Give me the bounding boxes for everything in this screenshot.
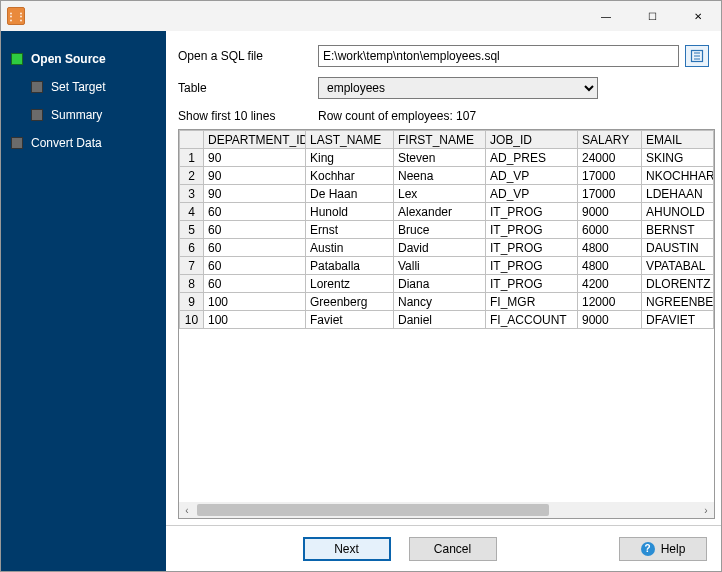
col-header[interactable]: FIRST_NAME xyxy=(394,131,486,149)
help-button[interactable]: ? Help xyxy=(619,537,707,561)
table-cell[interactable]: DLORENTZ xyxy=(642,275,714,293)
table-cell[interactable]: 60 xyxy=(204,203,306,221)
table-cell[interactable]: BERNST xyxy=(642,221,714,239)
scroll-thumb[interactable] xyxy=(197,504,549,516)
table-cell[interactable]: Lorentz xyxy=(306,275,394,293)
table-cell[interactable]: 17000 xyxy=(578,167,642,185)
table-cell[interactable]: Austin xyxy=(306,239,394,257)
preview-table-scroll[interactable]: DEPARTMENT_ID LAST_NAME FIRST_NAME JOB_I… xyxy=(179,130,714,502)
table-cell[interactable]: AD_PRES xyxy=(486,149,578,167)
col-header[interactable]: EMAIL xyxy=(642,131,714,149)
table-cell[interactable]: De Haan xyxy=(306,185,394,203)
file-path-input[interactable] xyxy=(318,45,679,67)
minimize-button[interactable]: — xyxy=(583,1,629,31)
next-button[interactable]: Next xyxy=(303,537,391,561)
app-icon: ⋮⋮ xyxy=(7,7,25,25)
form-area: Open a SQL file Table employee xyxy=(166,31,721,129)
col-header[interactable]: JOB_ID xyxy=(486,131,578,149)
table-cell[interactable]: Nancy xyxy=(394,293,486,311)
table-cell[interactable]: FI_MGR xyxy=(486,293,578,311)
table-cell[interactable]: Alexander xyxy=(394,203,486,221)
table-cell[interactable]: 4800 xyxy=(578,257,642,275)
scroll-right-icon[interactable]: › xyxy=(698,502,714,518)
table-cell[interactable]: 9000 xyxy=(578,311,642,329)
scroll-left-icon[interactable]: ‹ xyxy=(179,502,195,518)
table-cell[interactable]: 60 xyxy=(204,257,306,275)
window-buttons: — ☐ ✕ xyxy=(583,1,721,31)
table-cell[interactable]: 4800 xyxy=(578,239,642,257)
step-summary[interactable]: Summary xyxy=(1,101,166,129)
table-cell[interactable]: NGREENBE xyxy=(642,293,714,311)
table-cell[interactable]: Faviet xyxy=(306,311,394,329)
table-cell[interactable]: 60 xyxy=(204,275,306,293)
table-cell[interactable]: Kochhar xyxy=(306,167,394,185)
table-cell[interactable]: AD_VP xyxy=(486,185,578,203)
browse-button[interactable] xyxy=(685,45,709,67)
table-cell[interactable]: IT_PROG xyxy=(486,257,578,275)
close-button[interactable]: ✕ xyxy=(675,1,721,31)
table-cell[interactable]: Ernst xyxy=(306,221,394,239)
col-header[interactable]: DEPARTMENT_ID xyxy=(204,131,306,149)
table-cell[interactable]: SKING xyxy=(642,149,714,167)
step-label: Set Target xyxy=(51,80,105,94)
table-cell[interactable]: 100 xyxy=(204,311,306,329)
horizontal-scrollbar[interactable]: ‹ › xyxy=(179,502,714,518)
table-cell[interactable]: 90 xyxy=(204,185,306,203)
table-cell[interactable]: Steven xyxy=(394,149,486,167)
step-open-source[interactable]: Open Source xyxy=(1,45,166,73)
table-row[interactable]: 10100FavietDanielFI_ACCOUNT9000DFAVIET xyxy=(180,311,714,329)
table-cell[interactable]: Daniel xyxy=(394,311,486,329)
table-cell[interactable]: Lex xyxy=(394,185,486,203)
table-cell[interactable]: NKOCHHAR xyxy=(642,167,714,185)
row-number-cell: 10 xyxy=(180,311,204,329)
table-select[interactable]: employees xyxy=(318,77,598,99)
table-cell[interactable]: IT_PROG xyxy=(486,221,578,239)
table-cell[interactable]: Valli xyxy=(394,257,486,275)
table-cell[interactable]: 6000 xyxy=(578,221,642,239)
table-cell[interactable]: 60 xyxy=(204,239,306,257)
table-row[interactable]: 190KingStevenAD_PRES24000SKING xyxy=(180,149,714,167)
table-cell[interactable]: Pataballa xyxy=(306,257,394,275)
table-cell[interactable]: 100 xyxy=(204,293,306,311)
table-cell[interactable]: LDEHAAN xyxy=(642,185,714,203)
table-cell[interactable]: Neena xyxy=(394,167,486,185)
step-set-target[interactable]: Set Target xyxy=(1,73,166,101)
scroll-track[interactable] xyxy=(195,502,698,518)
col-header[interactable]: SALARY xyxy=(578,131,642,149)
table-cell[interactable]: 9000 xyxy=(578,203,642,221)
table-row[interactable]: 860LorentzDianaIT_PROG4200DLORENTZ xyxy=(180,275,714,293)
table-cell[interactable]: 90 xyxy=(204,167,306,185)
table-cell[interactable]: DFAVIET xyxy=(642,311,714,329)
table-cell[interactable]: AD_VP xyxy=(486,167,578,185)
maximize-button[interactable]: ☐ xyxy=(629,1,675,31)
table-cell[interactable]: 24000 xyxy=(578,149,642,167)
table-row[interactable]: 390De HaanLexAD_VP17000LDEHAAN xyxy=(180,185,714,203)
table-cell[interactable]: IT_PROG xyxy=(486,275,578,293)
table-cell[interactable]: Bruce xyxy=(394,221,486,239)
table-cell[interactable]: 12000 xyxy=(578,293,642,311)
table-cell[interactable]: VPATABAL xyxy=(642,257,714,275)
table-cell[interactable]: AHUNOLD xyxy=(642,203,714,221)
step-convert-data[interactable]: Convert Data xyxy=(1,129,166,157)
table-row[interactable]: 760PataballaValliIT_PROG4800VPATABAL xyxy=(180,257,714,275)
table-cell[interactable]: 17000 xyxy=(578,185,642,203)
table-row[interactable]: 560ErnstBruceIT_PROG6000BERNST xyxy=(180,221,714,239)
table-cell[interactable]: IT_PROG xyxy=(486,203,578,221)
table-cell[interactable]: David xyxy=(394,239,486,257)
cancel-button[interactable]: Cancel xyxy=(409,537,497,561)
table-cell[interactable]: 4200 xyxy=(578,275,642,293)
table-cell[interactable]: King xyxy=(306,149,394,167)
table-cell[interactable]: DAUSTIN xyxy=(642,239,714,257)
table-row[interactable]: 9100GreenbergNancyFI_MGR12000NGREENBE xyxy=(180,293,714,311)
table-cell[interactable]: 60 xyxy=(204,221,306,239)
table-cell[interactable]: FI_ACCOUNT xyxy=(486,311,578,329)
table-row[interactable]: 660AustinDavidIT_PROG4800DAUSTIN xyxy=(180,239,714,257)
table-row[interactable]: 460HunoldAlexanderIT_PROG9000AHUNOLD xyxy=(180,203,714,221)
table-cell[interactable]: Diana xyxy=(394,275,486,293)
col-header[interactable]: LAST_NAME xyxy=(306,131,394,149)
table-cell[interactable]: IT_PROG xyxy=(486,239,578,257)
table-cell[interactable]: Hunold xyxy=(306,203,394,221)
table-cell[interactable]: 90 xyxy=(204,149,306,167)
table-row[interactable]: 290KochharNeenaAD_VP17000NKOCHHAR xyxy=(180,167,714,185)
table-cell[interactable]: Greenberg xyxy=(306,293,394,311)
